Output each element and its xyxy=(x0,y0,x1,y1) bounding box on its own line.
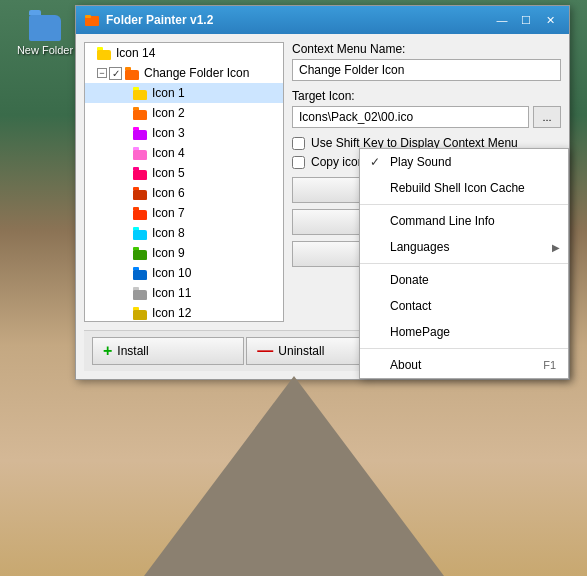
tree-item-icon9[interactable]: Icon 9 xyxy=(85,243,283,263)
tree-item-icon4[interactable]: Icon 4 xyxy=(85,143,283,163)
tree-folder-color-icon xyxy=(133,87,149,100)
menu-item-homepage[interactable]: HomePage xyxy=(360,319,568,345)
tree-item-label: Icon 5 xyxy=(152,166,185,180)
install-label: Install xyxy=(117,344,148,358)
tree-item-label: Icon 3 xyxy=(152,126,185,140)
context-menu: Play SoundRebuild Shell Icon CacheComman… xyxy=(359,148,569,379)
app-icon xyxy=(84,12,100,28)
tree-item-label: Change Folder Icon xyxy=(144,66,249,80)
menu-item-text: Rebuild Shell Icon Cache xyxy=(390,181,556,195)
minus-icon: — xyxy=(257,342,273,360)
tree-folder-color-icon xyxy=(133,127,149,140)
minimize-button[interactable]: — xyxy=(491,11,513,29)
tree-item-icon8[interactable]: Icon 8 xyxy=(85,223,283,243)
menu-item-text: Contact xyxy=(390,299,556,313)
menu-item-rebuild-shell[interactable]: Rebuild Shell Icon Cache xyxy=(360,175,568,201)
tree-folder-color-icon xyxy=(133,147,149,160)
plus-icon: + xyxy=(103,342,112,360)
tree-item-icon5[interactable]: Icon 5 xyxy=(85,163,283,183)
desktop-folder-label: New Folder xyxy=(17,44,73,56)
menu-item-text: Languages xyxy=(390,240,556,254)
tree-item-label: Icon 6 xyxy=(152,186,185,200)
svg-rect-1 xyxy=(85,15,91,18)
tree-item-icon1[interactable]: Icon 1 xyxy=(85,83,283,103)
install-button[interactable]: + Install xyxy=(92,337,244,365)
tree-folder-color-icon xyxy=(133,287,149,300)
desktop: New Folder Folder Painter v1.2 — ☐ ✕ xyxy=(0,0,587,576)
shift-key-checkbox[interactable] xyxy=(292,137,305,150)
menu-item-contact[interactable]: Contact xyxy=(360,293,568,319)
menu-separator xyxy=(360,348,568,349)
tree-folder-color-icon xyxy=(133,307,149,320)
tree-item-icon10[interactable]: Icon 10 xyxy=(85,263,283,283)
tree-item-label: Icon 10 xyxy=(152,266,191,280)
tree-item-icon2[interactable]: Icon 2 xyxy=(85,103,283,123)
tree-expand-icon[interactable]: − xyxy=(97,68,107,78)
tree-item-icon14-parent[interactable]: Icon 14 xyxy=(85,43,283,63)
menu-separator xyxy=(360,204,568,205)
context-menu-name-group: Context Menu Name: xyxy=(292,42,561,81)
context-menu-name-label: Context Menu Name: xyxy=(292,42,561,56)
menu-item-play-sound[interactable]: Play Sound xyxy=(360,149,568,175)
tree-item-icon3[interactable]: Icon 3 xyxy=(85,123,283,143)
tree-folder-color-icon xyxy=(133,167,149,180)
tree-folder-color-icon xyxy=(133,207,149,220)
tree-item-icon6[interactable]: Icon 6 xyxy=(85,183,283,203)
tree-item-label: Icon 7 xyxy=(152,206,185,220)
tree-item-label: Icon 11 xyxy=(152,286,191,300)
tree-item-icon12[interactable]: Icon 12 xyxy=(85,303,283,322)
menu-separator xyxy=(360,263,568,264)
target-icon-input[interactable] xyxy=(292,106,529,128)
menu-item-text: Play Sound xyxy=(390,155,556,169)
tree-panel[interactable]: Icon 14−✓Change Folder IconIcon 1Icon 2I… xyxy=(84,42,284,322)
tree-folder-color-icon xyxy=(133,107,149,120)
tree-item-icon11[interactable]: Icon 11 xyxy=(85,283,283,303)
tree-folder-color-icon xyxy=(125,67,141,80)
uninstall-label: Uninstall xyxy=(278,344,324,358)
target-icon-label: Target Icon: xyxy=(292,89,561,103)
close-button[interactable]: ✕ xyxy=(539,11,561,29)
tree-item-label: Icon 1 xyxy=(152,86,185,100)
tree-checkbox[interactable]: ✓ xyxy=(109,67,122,80)
window-title: Folder Painter v1.2 xyxy=(106,13,491,27)
main-window: Folder Painter v1.2 — ☐ ✕ Icon 14−✓Chang… xyxy=(75,5,570,380)
title-bar: Folder Painter v1.2 — ☐ ✕ xyxy=(76,6,569,34)
tree-item-label: Icon 8 xyxy=(152,226,185,240)
menu-item-languages[interactable]: Languages xyxy=(360,234,568,260)
target-icon-input-group: ... xyxy=(292,106,561,128)
tree-folder-color-icon xyxy=(133,247,149,260)
menu-item-text: HomePage xyxy=(390,325,556,339)
menu-item-text: Donate xyxy=(390,273,556,287)
menu-item-text: About xyxy=(390,358,523,372)
title-bar-controls: — ☐ ✕ xyxy=(491,11,561,29)
context-menu-name-input[interactable] xyxy=(292,59,561,81)
tree-folder-color-icon xyxy=(133,227,149,240)
tree-item-change-folder-icon[interactable]: −✓Change Folder Icon xyxy=(85,63,283,83)
menu-item-donate[interactable]: Donate xyxy=(360,267,568,293)
browse-button[interactable]: ... xyxy=(533,106,561,128)
desktop-folder-icon[interactable]: New Folder xyxy=(15,15,75,56)
menu-item-text: Command Line Info xyxy=(390,214,556,228)
target-icon-group: Target Icon: ... xyxy=(292,89,561,128)
menu-item-command-line[interactable]: Command Line Info xyxy=(360,208,568,234)
tree-item-label: Icon 4 xyxy=(152,146,185,160)
tree-item-label: Icon 12 xyxy=(152,306,191,320)
tree-item-icon7[interactable]: Icon 7 xyxy=(85,203,283,223)
menu-shortcut: F1 xyxy=(543,359,556,371)
maximize-button[interactable]: ☐ xyxy=(515,11,537,29)
tree-folder-color-icon xyxy=(133,267,149,280)
copy-icon-checkbox[interactable] xyxy=(292,156,305,169)
tree-item-label: Icon 2 xyxy=(152,106,185,120)
menu-item-about[interactable]: AboutF1 xyxy=(360,352,568,378)
folder-image xyxy=(29,15,61,41)
tree-item-label: Icon 14 xyxy=(116,46,155,60)
tree-folder-color-icon xyxy=(133,187,149,200)
tree-item-label: Icon 9 xyxy=(152,246,185,260)
tree-folder-color-icon xyxy=(97,47,113,60)
